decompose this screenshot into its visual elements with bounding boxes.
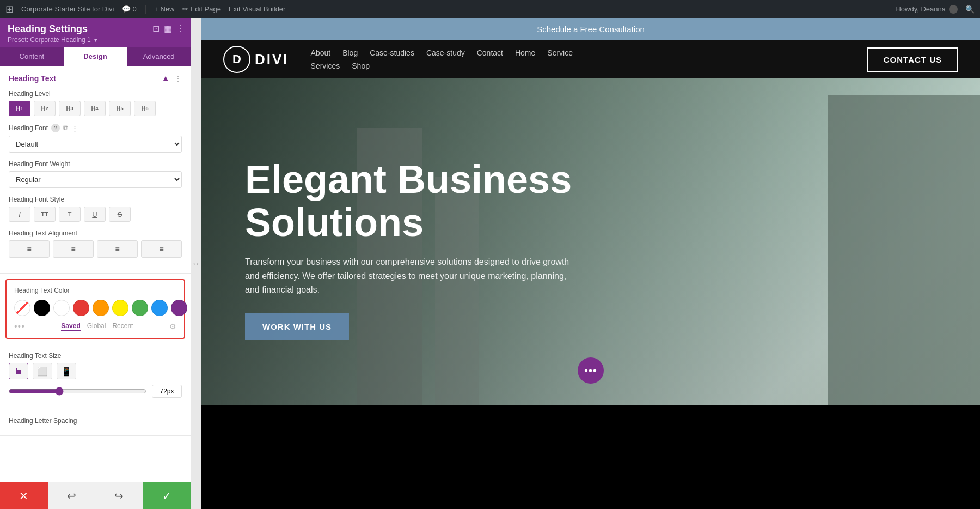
- heading-text-size-label: Heading Text Size: [9, 352, 182, 360]
- color-swatch-purple[interactable]: [171, 300, 187, 316]
- section-more-icon[interactable]: ⋮: [174, 74, 182, 83]
- cancel-button[interactable]: ✕: [0, 482, 48, 509]
- undo-button[interactable]: ↩: [48, 482, 96, 509]
- wp-logo-icon[interactable]: ⊞: [5, 3, 14, 15]
- align-justify-button[interactable]: ≡: [141, 240, 182, 258]
- contact-us-button[interactable]: CONTACT US: [867, 47, 958, 72]
- user-avatar: [949, 5, 958, 14]
- heading-font-weight-row: Heading Font Weight Regular: [9, 160, 182, 188]
- size-desktop-button[interactable]: 🖥: [9, 363, 28, 379]
- italic-button[interactable]: I: [9, 207, 30, 222]
- color-swatch-green[interactable]: [132, 300, 148, 316]
- heading-h6-button[interactable]: H6: [134, 101, 156, 116]
- color-swatch-blue[interactable]: [151, 300, 168, 316]
- heading-font-style-row: Heading Font Style I TT T U S: [9, 196, 182, 222]
- heading-text-size-slider[interactable]: [9, 387, 146, 396]
- panel-grid-icon[interactable]: ▦: [164, 23, 172, 34]
- heading-h4-button[interactable]: H4: [84, 101, 106, 116]
- color-tabs: Saved Global Recent: [61, 322, 133, 331]
- tab-design[interactable]: Design: [64, 47, 127, 66]
- heading-h2-button[interactable]: H2: [34, 101, 56, 116]
- hero-title: Elegant Business Solutions: [245, 158, 626, 244]
- heading-font-weight-select[interactable]: Regular: [9, 171, 182, 188]
- panel-header-icons: ⊡ ▦ ⋮: [152, 23, 185, 34]
- redo-button[interactable]: ↪: [95, 482, 143, 509]
- color-swatch-black[interactable]: [34, 300, 50, 316]
- exit-visual-builder-button[interactable]: Exit Visual Builder: [229, 5, 286, 13]
- save-button[interactable]: ✓: [143, 482, 191, 509]
- preset-arrow-icon: ▼: [93, 37, 99, 43]
- nav-home[interactable]: Home: [515, 49, 535, 57]
- nav-row-top: About Blog Case-studies Case-study Conta…: [311, 46, 867, 59]
- logo-text: DIVI: [255, 51, 289, 68]
- nav-case-studies[interactable]: Case-studies: [370, 49, 414, 57]
- nav-blog[interactable]: Blog: [342, 49, 358, 57]
- heading-level-buttons: H1 H2 H3 H4 H5 H6: [9, 101, 182, 116]
- nav-case-study[interactable]: Case-study: [426, 49, 465, 57]
- color-swatch-yellow[interactable]: [112, 300, 128, 316]
- user-greeting: Howdy, Deanna: [896, 5, 958, 14]
- hero-subtitle: Transform your business with our compreh…: [245, 255, 572, 297]
- color-more-dots-button[interactable]: •••: [14, 322, 25, 331]
- panel-resize-icon[interactable]: ⊡: [152, 23, 160, 34]
- color-swatch-transparent[interactable]: [14, 300, 30, 316]
- heading-text-alignment-label: Heading Text Alignment: [9, 229, 182, 237]
- size-slider-row: [9, 385, 182, 398]
- heading-level-row: Heading Level H1 H2 H3 H4 H5 H6: [9, 90, 182, 116]
- nav-contact[interactable]: Contact: [477, 49, 503, 57]
- plus-icon: +: [154, 5, 158, 13]
- align-center-button[interactable]: ≡: [53, 240, 94, 258]
- color-swatch-white[interactable]: [53, 300, 70, 316]
- tab-advanced[interactable]: Advanced: [127, 47, 191, 66]
- size-mobile-button[interactable]: 📱: [57, 363, 76, 379]
- settings-panel: Heading Settings Preset: Corporate Headi…: [0, 18, 191, 509]
- heading-text-size-section: Heading Text Size 🖥 ⬜ 📱: [0, 344, 191, 409]
- heading-h3-button[interactable]: H3: [59, 101, 81, 116]
- site-preview: Schedule a Free Consultation D DIVI Abou…: [201, 18, 980, 509]
- comment-bubble-icon: 💬: [122, 5, 131, 13]
- align-right-button[interactable]: ≡: [97, 240, 138, 258]
- nav-row-bottom: Services Shop: [311, 59, 867, 72]
- color-tab-saved[interactable]: Saved: [61, 322, 80, 331]
- work-with-us-button[interactable]: WORK WITH US: [245, 313, 349, 340]
- panel-preset[interactable]: Preset: Corporate Heading 1 ▼: [8, 36, 183, 44]
- comment-icon[interactable]: 💬 0: [122, 5, 137, 13]
- color-tab-recent[interactable]: Recent: [112, 322, 133, 331]
- nav-about[interactable]: About: [311, 49, 331, 57]
- site-nav: About Blog Case-studies Case-study Conta…: [311, 46, 867, 72]
- nav-services[interactable]: Services: [311, 62, 340, 70]
- admin-search-icon[interactable]: 🔍: [965, 5, 975, 14]
- nav-shop[interactable]: Shop: [352, 62, 370, 70]
- size-tablet-button[interactable]: ⬜: [33, 363, 52, 379]
- panel-bottom-bar: ✕ ↩ ↪ ✓: [0, 482, 191, 509]
- heading-text-color-section: Heading Text Color 🖊 ••• Saved: [5, 279, 185, 339]
- edit-page-button[interactable]: ✏ Edit Page: [182, 5, 221, 13]
- underline-button[interactable]: U: [84, 207, 106, 222]
- strikethrough-button[interactable]: S: [109, 207, 131, 222]
- color-settings-icon[interactable]: ⚙: [169, 322, 176, 331]
- heading-text-section: Heading Text ▲ ⋮ Heading Level H1 H2 H3: [0, 66, 191, 274]
- heading-font-more-icon[interactable]: ⋮: [71, 124, 78, 132]
- heading-font-help-icon[interactable]: ?: [51, 124, 60, 132]
- heading-h5-button[interactable]: H5: [109, 101, 131, 116]
- color-tabs-row: ••• Saved Global Recent ⚙: [14, 322, 176, 331]
- tab-content[interactable]: Content: [0, 47, 64, 66]
- panel-more-icon[interactable]: ⋮: [176, 23, 185, 34]
- preview-area: Schedule a Free Consultation D DIVI Abou…: [201, 18, 980, 509]
- heading-text-alignment-row: Heading Text Alignment ≡ ≡ ≡ ≡: [9, 229, 182, 258]
- new-button[interactable]: + New: [154, 5, 175, 13]
- align-left-button[interactable]: ≡: [9, 240, 50, 258]
- uppercase-button[interactable]: TT: [34, 207, 56, 222]
- color-swatch-red[interactable]: [73, 300, 89, 316]
- capitalize-button[interactable]: T: [59, 207, 81, 222]
- heading-font-select[interactable]: Default: [9, 136, 182, 153]
- color-swatch-orange[interactable]: [93, 300, 109, 316]
- color-tab-global[interactable]: Global: [87, 322, 106, 331]
- heading-h1-button[interactable]: H1: [9, 101, 30, 116]
- heading-font-copy-icon[interactable]: ⧉: [63, 124, 68, 132]
- resize-handle[interactable]: ↔: [191, 18, 201, 509]
- heading-text-size-input[interactable]: [152, 385, 182, 398]
- nav-service[interactable]: Service: [547, 49, 573, 57]
- floating-dots-button[interactable]: •••: [578, 357, 604, 384]
- section-collapse-button[interactable]: ▲: [161, 74, 170, 83]
